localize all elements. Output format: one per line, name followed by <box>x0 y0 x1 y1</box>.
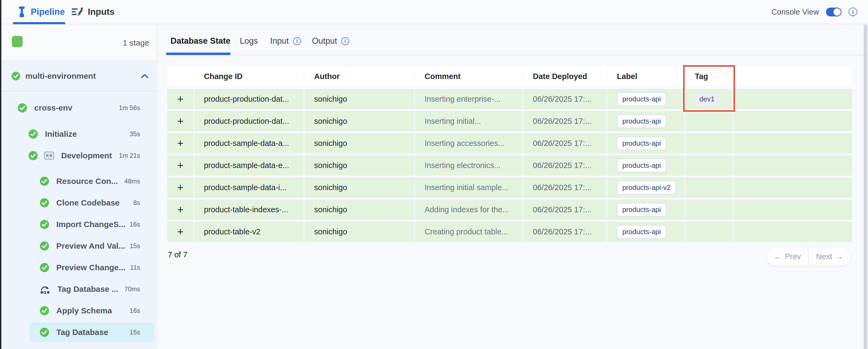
cell-label: products-api <box>607 155 684 176</box>
tab-database-state-label: Database State <box>170 36 230 46</box>
chevron-up-icon[interactable] <box>141 74 149 79</box>
cell-comment: Inserting electronics... <box>415 155 522 176</box>
success-check-icon <box>40 327 49 337</box>
tab-input[interactable]: Input i <box>270 33 301 49</box>
row-expand-button[interactable]: + <box>167 89 193 109</box>
cell-tag <box>685 200 733 220</box>
step-label: Preview Change... <box>56 263 126 272</box>
step-label: Apply Schema <box>56 306 112 315</box>
sidebar-step-initialize[interactable]: Initialize35s <box>0 124 157 144</box>
sidebar-step-import-changes[interactable]: Import ChangeS...16s <box>0 215 157 234</box>
success-check-icon <box>40 241 49 251</box>
cell-change-id: product-table-v2 <box>194 222 304 242</box>
cell-date-deployed: 06/26/2025 17:... <box>523 222 607 242</box>
console-view-info-icon[interactable]: i <box>848 7 857 16</box>
label-badge: products-api <box>617 225 666 239</box>
stage-group-label: multi-environment <box>25 71 96 81</box>
column-header-change-id: Change ID <box>194 67 304 86</box>
sidebar-step-development[interactable]: Development1m 21s <box>0 146 157 165</box>
sidebar-step-tag-database[interactable]: Tag Database15s <box>30 323 154 342</box>
row-expand-button[interactable]: + <box>167 133 193 153</box>
column-header-empty <box>167 67 193 86</box>
row-expand-button[interactable]: + <box>167 177 193 198</box>
prev-button[interactable]: ← Prev <box>767 247 809 266</box>
tab-input-label: Input <box>270 36 289 46</box>
sidebar-step-clone-codebase[interactable]: Clone Codebase8s <box>0 193 157 212</box>
row-expand-button[interactable]: + <box>167 111 193 132</box>
cell-empty <box>733 155 852 176</box>
sidebar-step-preview-change[interactable]: Preview Change...11s <box>0 258 157 277</box>
cell-author: sonichigo <box>304 133 414 153</box>
execution-sidebar: 1 stage multi-environment cross-env1m 56… <box>0 25 157 349</box>
cell-comment: Inserting initial sample... <box>415 177 522 198</box>
matrix-icon <box>44 152 54 160</box>
stage-status-square[interactable] <box>12 36 23 47</box>
next-label: Next <box>816 252 832 261</box>
row-expand-button[interactable]: + <box>167 222 193 242</box>
console-view-label: Console View <box>771 7 819 17</box>
cell-change-id: product-production-dat... <box>194 111 304 132</box>
tab-logs-label: Logs <box>240 36 258 46</box>
output-info-icon[interactable]: i <box>341 37 349 45</box>
active-main-tab-underline <box>166 53 230 55</box>
sidebar-step-preview-and-val[interactable]: Preview And Val...15s <box>0 236 157 256</box>
label-badge: products-api-v2 <box>617 181 676 195</box>
cell-comment: Inserting initial... <box>415 111 522 132</box>
step-duration: 15s <box>130 242 140 250</box>
step-duration: 70ms <box>124 285 140 293</box>
active-tab-underline <box>13 22 65 24</box>
cell-label: products-api <box>607 200 684 220</box>
tab-inputs[interactable]: Inputs <box>72 0 115 24</box>
step-duration: 11s <box>130 264 140 271</box>
next-button[interactable]: Next → <box>809 247 850 266</box>
success-check-icon <box>28 151 38 161</box>
step-duration: 35s <box>130 130 140 138</box>
tabs-divider <box>158 55 868 56</box>
window-left-edge <box>0 0 1 349</box>
input-info-icon[interactable]: i <box>293 37 301 45</box>
toggle-knob <box>834 8 841 16</box>
sidebar-step-tag-database[interactable]: Tag Database ...70ms <box>0 280 157 299</box>
cell-label: products-api-v2 <box>607 177 684 198</box>
top-bar: Pipeline Inputs Console View i <box>0 0 868 24</box>
console-view-control: Console View i <box>771 0 857 24</box>
step-duration: 1m 56s <box>119 104 140 112</box>
column-header-date-deployed: Date Deployed <box>523 67 607 86</box>
cell-empty <box>733 222 852 242</box>
step-label: Resource Con... <box>56 177 118 186</box>
stage-group-multi-environment[interactable]: multi-environment <box>0 61 157 91</box>
pipeline-execution-page: Pipeline Inputs Console View i 1 stage m <box>0 0 868 349</box>
success-check-icon <box>18 103 27 113</box>
vertical-scrollbar[interactable] <box>864 25 867 349</box>
cell-date-deployed: 06/26/2025 17:... <box>523 133 607 153</box>
tab-logs[interactable]: Logs <box>240 33 258 49</box>
console-view-toggle[interactable] <box>826 7 842 17</box>
cell-change-id: product-production-dat... <box>194 89 304 109</box>
label-badge: products-api <box>617 137 666 150</box>
cell-date-deployed: 06/26/2025 17:... <box>523 111 607 132</box>
row-expand-button[interactable]: + <box>167 200 193 220</box>
cell-author: sonichigo <box>304 111 414 132</box>
step-duration: 15s <box>130 328 140 336</box>
cell-author: sonichigo <box>304 222 414 242</box>
success-check-icon <box>40 263 49 272</box>
row-expand-button[interactable]: + <box>167 155 193 176</box>
inputs-icon <box>72 6 83 17</box>
pagination: ← Prev Next → <box>767 247 850 266</box>
sidebar-step-cross-env[interactable]: cross-env1m 56s <box>0 98 157 118</box>
cell-comment: Inserting accessories... <box>415 133 522 153</box>
tab-database-state[interactable]: Database State <box>170 33 230 49</box>
cell-date-deployed: 06/26/2025 17:... <box>523 155 607 176</box>
step-label: Development <box>61 151 112 160</box>
cell-author: sonichigo <box>304 155 414 176</box>
success-check-icon <box>11 71 21 81</box>
tab-output[interactable]: Output i <box>312 33 349 49</box>
sidebar-step-resource-con[interactable]: Resource Con...48ms <box>0 172 157 191</box>
cell-empty <box>733 89 852 109</box>
cell-change-id: product-sample-data-a... <box>194 133 304 153</box>
cell-label: products-api <box>607 89 684 109</box>
tab-pipeline[interactable]: Pipeline <box>18 0 65 24</box>
sidebar-step-apply-schema[interactable]: Apply Schema16s <box>0 301 157 320</box>
column-header-label: Label <box>607 67 684 86</box>
prev-arrow-icon: ← <box>774 252 781 261</box>
